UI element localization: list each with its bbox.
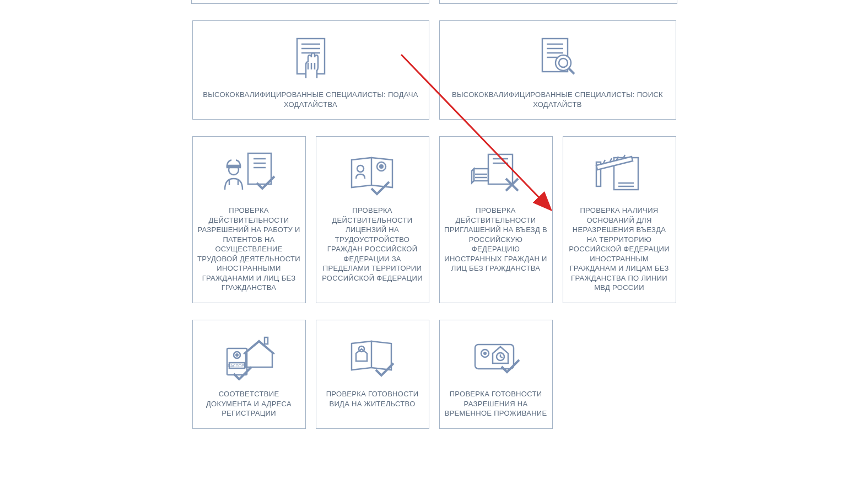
worker-document-check-icon	[222, 148, 277, 200]
top-cut-card-1	[191, 0, 429, 4]
card-label: ПРОВЕРКА ГОТОВНОСТИ РАЗРЕШЕНИЯ НА ВРЕМЕН…	[444, 389, 548, 418]
card-check-entry-ban[interactable]: ПРОВЕРКА НАЛИЧИЯ ОСНОВАНИЙ ДЛЯ НЕРАЗРЕШЕ…	[563, 136, 676, 303]
card-label: ПРОВЕРКА ДЕЙСТВИТЕЛЬНОСТИ РАЗРЕШЕНИЙ НА …	[197, 206, 301, 293]
border-barrier-icon	[593, 148, 646, 200]
card-label: ПРОВЕРКА НАЛИЧИЯ ОСНОВАНИЙ ДЛЯ НЕРАЗРЕШЕ…	[568, 206, 671, 293]
card-search-petitions[interactable]: ВЫСОКОКВАЛИФИЦИРОВАННЫЕ СПЕЦИАЛИСТЫ: ПОИ…	[439, 20, 676, 120]
card-document-address-match[interactable]: ПАСПОРТ СООТВЕТСТВИЕ ДОКУМЕНТА И АДРЕСА …	[192, 320, 306, 429]
services-grid: ВЫСОКОКВАЛИФИЦИРОВАННЫЕ СПЕЦИАЛИСТЫ: ПОД…	[186, 0, 682, 429]
card-check-licenses[interactable]: ПРОВЕРКА ДЕЙСТВИТЕЛЬНОСТИ ЛИЦЕНЗИЙ НА ТР…	[316, 136, 429, 303]
document-hand-icon	[292, 32, 330, 84]
top-cut-card-2	[439, 0, 677, 4]
booklet-house-check-icon	[345, 331, 400, 384]
svg-text:ПАСПОРТ: ПАСПОРТ	[228, 364, 246, 368]
card-label: ВЫСОКОКВАЛИФИЦИРОВАННЫЕ СПЕЦИАЛИСТЫ: ПОД…	[200, 90, 422, 109]
card-label: ПРОВЕРКА ГОТОВНОСТИ ВИДА НА ЖИТЕЛЬСТВО	[321, 389, 424, 408]
card-house-clock-check-icon	[468, 331, 524, 384]
card-label: ПРОВЕРКА ДЕЙСТВИТЕЛЬНОСТИ ПРИГЛАШЕНИЙ НА…	[444, 206, 548, 273]
card-check-residence-permit[interactable]: ПРОВЕРКА ГОТОВНОСТИ ВИДА НА ЖИТЕЛЬСТВО	[316, 320, 429, 429]
row-1: ВЫСОКОКВАЛИФИЦИРОВАННЫЕ СПЕЦИАЛИСТЫ: ПОД…	[186, 20, 682, 120]
svg-rect-20	[231, 159, 236, 161]
card-submit-petition[interactable]: ВЫСОКОКВАЛИФИЦИРОВАННЫЕ СПЕЦИАЛИСТЫ: ПОД…	[192, 20, 429, 120]
row-2: ПРОВЕРКА ДЕЙСТВИТЕЛЬНОСТИ РАЗРЕШЕНИЙ НА …	[186, 136, 682, 303]
top-cut-row	[186, 0, 682, 4]
svg-point-12	[556, 55, 571, 71]
card-label: ВЫСОКОКВАЛИФИЦИРОВАННЫЕ СПЕЦИАЛИСТЫ: ПОИ…	[446, 90, 669, 109]
card-check-temporary-residence[interactable]: ПРОВЕРКА ГОТОВНОСТИ РАЗРЕШЕНИЯ НА ВРЕМЕН…	[439, 320, 553, 429]
svg-rect-40	[265, 337, 268, 344]
card-check-invitations[interactable]: ПРОВЕРКА ДЕЙСТВИТЕЛЬНОСТИ ПРИГЛАШЕНИЙ НА…	[439, 136, 553, 303]
svg-rect-15	[248, 153, 271, 184]
svg-line-14	[569, 68, 574, 74]
card-check-work-permits[interactable]: ПРОВЕРКА ДЕЙСТВИТЕЛЬНОСТИ РАЗРЕШЕНИЙ НА …	[192, 136, 306, 303]
svg-point-26	[379, 164, 384, 169]
printer-document-x-icon	[470, 148, 522, 200]
svg-point-24	[357, 165, 364, 172]
passport-house-check-icon: ПАСПОРТ	[222, 331, 277, 384]
document-magnifier-icon	[538, 32, 578, 84]
card-label: ПРОВЕРКА ДЕЙСТВИТЕЛЬНОСТИ ЛИЦЕНЗИЙ НА ТР…	[321, 206, 424, 283]
svg-point-43	[235, 353, 239, 357]
svg-point-49	[483, 352, 487, 355]
row-3: ПАСПОРТ СООТВЕТСТВИЕ ДОКУМЕНТА И АДРЕСА …	[186, 320, 682, 429]
card-label: СООТВЕТСТВИЕ ДОКУМЕНТА И АДРЕСА РЕГИСТРА…	[197, 389, 301, 418]
id-booklet-check-icon	[345, 148, 400, 200]
